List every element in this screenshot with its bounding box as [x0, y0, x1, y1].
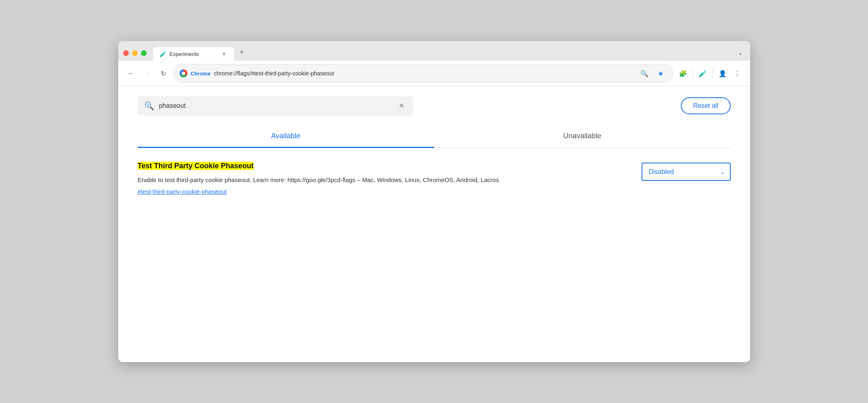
flag-control: Default Disabled Enabled ⌄ — [642, 161, 731, 181]
flag-anchor-link[interactable]: #test-third-party-cookie-phaseout — [138, 188, 625, 195]
new-tab-button[interactable]: + — [236, 45, 248, 60]
zoom-icon[interactable]: 🔍 — [638, 67, 651, 80]
flag-select-wrapper: Default Disabled Enabled ⌄ — [642, 163, 731, 181]
menu-icon[interactable]: ⋮ — [731, 67, 744, 80]
tab-bar: 🧪 Experiments ✕ + ⌄ — [153, 45, 745, 61]
back-button[interactable]: ← — [125, 67, 138, 80]
reload-button[interactable]: ↻ — [157, 67, 170, 80]
chrome-logo — [179, 69, 188, 77]
maximize-button[interactable] — [141, 50, 147, 56]
title-bar: 🧪 Experiments ✕ + ⌄ — [118, 41, 750, 61]
flag-description: Enable to test third-party cookie phaseo… — [138, 175, 625, 185]
search-input[interactable] — [159, 102, 392, 109]
tab-close-button[interactable]: ✕ — [220, 50, 228, 58]
flag-title: Test Third Party Cookie Phaseout — [138, 162, 254, 170]
experiments-icon[interactable]: 🧪 — [696, 67, 709, 80]
browser-window: 🧪 Experiments ✕ + ⌄ ← → ↻ Chrome chrome:… — [118, 41, 750, 362]
toolbar-icons: 🧩 🧪 👤 ⋮ — [676, 67, 744, 80]
chrome-label: Chrome — [191, 71, 211, 77]
flag-item: Test Third Party Cookie Phaseout Enable … — [138, 161, 731, 195]
forward-button[interactable]: → — [141, 67, 154, 80]
flag-select[interactable]: Default Disabled Enabled — [642, 163, 731, 181]
search-bar-container: 🔍 ✕ Reset all — [138, 96, 731, 116]
search-clear-button[interactable]: ✕ — [397, 101, 407, 111]
active-tab[interactable]: 🧪 Experiments ✕ — [153, 47, 234, 61]
traffic-lights — [123, 50, 153, 61]
extensions-icon[interactable]: 🧩 — [676, 67, 689, 80]
search-box: 🔍 ✕ — [138, 96, 413, 116]
search-icon: 🔍 — [144, 101, 154, 111]
minimize-button[interactable] — [132, 50, 138, 56]
url-text: chrome://flags/#test-third-party-cookie-… — [214, 70, 635, 77]
bookmark-icon[interactable]: ★ — [654, 67, 667, 80]
tab-dropdown-button[interactable]: ⌄ — [736, 47, 745, 58]
tabs-bar: Available Unavailable — [138, 125, 731, 148]
reset-all-button[interactable]: Reset all — [681, 97, 730, 114]
flags-list: Test Third Party Cookie Phaseout Enable … — [138, 148, 731, 195]
tab-available[interactable]: Available — [138, 125, 434, 148]
toolbar-divider — [693, 69, 693, 78]
close-button[interactable] — [123, 50, 129, 56]
address-bar[interactable]: Chrome chrome://flags/#test-third-party-… — [173, 64, 673, 83]
tab-icon: 🧪 — [160, 51, 166, 57]
page-content: 🔍 ✕ Reset all Available Unavailable Test… — [118, 86, 750, 362]
tab-unavailable[interactable]: Unavailable — [434, 125, 731, 148]
profile-icon[interactable]: 👤 — [716, 67, 729, 80]
toolbar-divider-2 — [712, 69, 713, 78]
flag-info: Test Third Party Cookie Phaseout Enable … — [138, 161, 625, 195]
toolbar: ← → ↻ Chrome chrome://flags/#test-third-… — [118, 61, 750, 86]
tab-title: Experiments — [170, 51, 199, 57]
